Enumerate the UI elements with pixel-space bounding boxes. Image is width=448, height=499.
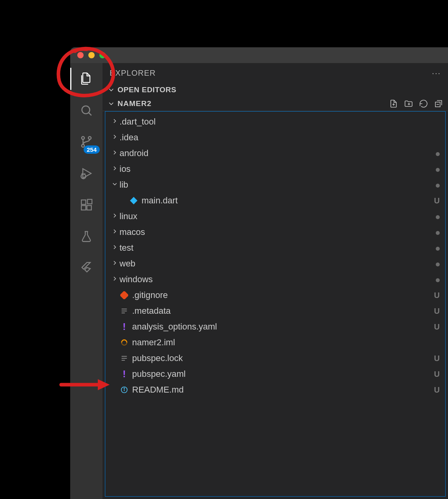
explorer-tab[interactable] [77,69,96,88]
folder-item[interactable]: lib [105,177,445,193]
new-file-icon[interactable] [389,99,398,108]
tree-item-label: lib [119,180,430,190]
play-bug-icon [79,166,93,181]
close-window-button[interactable] [77,52,84,58]
tree-item-label: README.md [132,385,430,395]
chevron-down-icon [107,100,115,108]
folder-item[interactable]: .dart_tool [105,114,445,130]
flutter-tab[interactable] [77,259,96,277]
status-indicator: U [430,369,440,379]
file-item[interactable]: pubspec.lockU [105,350,445,366]
svg-rect-14 [88,199,92,204]
refresh-icon[interactable] [419,99,428,108]
yaml-icon: ! [119,369,129,380]
folder-item[interactable]: ios [105,161,445,177]
run-debug-tab[interactable] [77,164,96,183]
svg-marker-5 [83,169,91,178]
maximize-window-button[interactable] [99,52,106,58]
svg-rect-13 [87,205,91,210]
status-indicator [430,243,440,253]
tree-item-label: test [119,243,430,253]
file-item[interactable]: !analysis_options.yamlU [105,319,445,335]
sidebar-header: EXPLORER ··· [103,63,448,83]
status-indicator [430,164,440,174]
activity-bar: 254 [70,63,103,499]
status-indicator: U [430,322,440,332]
open-editors-section[interactable]: OPEN EDITORS [103,83,448,97]
collapse-all-icon[interactable] [434,99,443,108]
status-indicator [430,148,440,158]
folder-item[interactable]: android [105,145,445,161]
source-control-tab[interactable]: 254 [77,132,96,151]
file-item[interactable]: README.mdU [105,382,445,398]
tree-item-label: macos [119,227,430,237]
titlebar [70,47,448,63]
file-tree: .dart_tool.ideaandroidioslibmain.dartUli… [105,111,446,497]
folder-section-header[interactable]: NAMER2 [103,97,448,111]
folder-item[interactable]: linux [105,209,445,224]
status-indicator [430,211,440,222]
status-indicator: U [430,353,440,363]
chevron-down-icon [110,180,119,190]
chevron-right-icon [110,211,119,222]
tree-item-label: ios [119,164,430,174]
search-tab[interactable] [77,101,96,120]
tree-item-label: namer2.iml [132,337,430,348]
svg-point-3 [88,137,91,140]
tree-item-label: pubspec.lock [132,353,430,363]
svg-rect-11 [81,200,86,204]
tree-item-label: pubspec.yaml [132,369,430,379]
file-item[interactable]: main.dartU [105,193,445,209]
window-body: 254 EXPLORER ··· OPEN EDITORS [70,63,448,499]
folder-item[interactable]: test [105,240,445,256]
folder-item[interactable]: .idea [105,130,445,145]
svg-point-0 [82,106,90,114]
info-icon [119,386,129,394]
flask-icon [80,230,93,243]
flutter-icon [80,261,93,275]
file-item[interactable]: namer2.iml [105,335,445,350]
scm-badge: 254 [84,145,100,154]
extensions-tab[interactable] [77,196,96,214]
iml-icon [119,339,129,346]
sidebar-title: EXPLORER [110,69,156,78]
status-indicator [430,227,440,237]
folder-name: NAMER2 [118,99,151,108]
chevron-right-icon [110,148,119,158]
status-indicator [430,259,440,269]
yaml-icon: ! [119,321,129,332]
chevron-right-icon [110,259,119,269]
file-item[interactable]: .gitignoreU [105,287,445,303]
folder-item[interactable]: web [105,256,445,272]
tree-item-label: linux [119,211,430,222]
testing-tab[interactable] [77,227,96,246]
chevron-right-icon [110,132,119,143]
svg-marker-21 [130,197,138,205]
chevron-right-icon [110,164,119,174]
folder-item[interactable]: macos [105,224,445,240]
svg-rect-22 [120,291,128,299]
dart-icon [129,197,138,205]
new-folder-icon[interactable] [404,99,413,108]
svg-line-1 [89,113,91,115]
lines-icon [119,307,129,315]
extensions-icon [80,198,93,212]
svg-line-9 [82,173,82,174]
status-indicator: U [430,196,440,206]
vscode-window: 254 EXPLORER ··· OPEN EDITORS [70,47,448,499]
file-item[interactable]: .metadataU [105,303,445,319]
sidebar-more-button[interactable]: ··· [432,69,441,78]
chevron-right-icon [110,117,119,127]
tree-item-label: android [119,148,430,158]
tree-item-label: analysis_options.yaml [132,322,430,332]
file-item[interactable]: !pubspec.yamlU [105,366,445,382]
tree-item-label: .gitignore [132,290,430,300]
minimize-window-button[interactable] [88,52,95,58]
folder-item[interactable]: windows [105,272,445,287]
status-indicator: U [430,385,440,395]
files-icon [79,72,93,86]
tree-item-label: main.dart [142,196,430,206]
explorer-sidebar: EXPLORER ··· OPEN EDITORS NAMER2 [103,63,448,499]
chevron-down-icon [107,86,115,94]
open-editors-label: OPEN EDITORS [118,86,176,94]
